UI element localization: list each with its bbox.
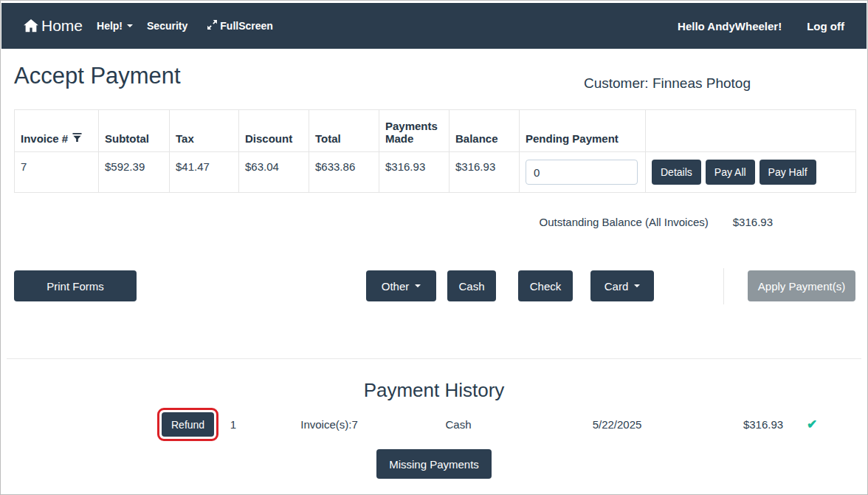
cell-invoice-number: 7	[15, 152, 99, 193]
filter-icon[interactable]	[72, 132, 82, 145]
pay-half-button[interactable]: Pay Half	[760, 160, 816, 185]
nav-help-label: Help!	[97, 20, 123, 32]
nav-fullscreen-link[interactable]: FullScreen	[207, 19, 273, 33]
outstanding-balance: Outstanding Balance (All Invoices) $316.…	[1, 216, 867, 228]
pending-payment-input[interactable]	[526, 160, 638, 185]
col-header-discount: Discount	[239, 110, 309, 152]
section-divider	[7, 358, 861, 359]
col-header-invoice-label: Invoice #	[21, 132, 68, 145]
fullscreen-icon	[207, 19, 218, 33]
col-header-pending-payment: Pending Payment	[520, 110, 646, 152]
pay-all-button[interactable]: Pay All	[706, 160, 755, 185]
invoice-table: Invoice # Subtotal Tax Discount Total Pa…	[14, 109, 856, 193]
other-label: Other	[382, 280, 410, 293]
cell-balance: $316.93	[450, 152, 520, 193]
col-header-total: Total	[309, 110, 379, 152]
col-header-invoice: Invoice #	[15, 110, 99, 152]
cell-payments-made: $316.93	[379, 152, 450, 193]
chevron-down-icon	[127, 24, 133, 27]
user-greeting: Hello AndyWheeler!	[678, 20, 782, 33]
home-icon	[24, 19, 38, 33]
outstanding-balance-label: Outstanding Balance (All Invoices)	[539, 216, 708, 228]
col-header-payments-made: Payments Made	[379, 110, 450, 152]
col-header-actions	[646, 110, 856, 152]
cell-row-actions: Details Pay All Pay Half	[646, 152, 856, 193]
nav-home-label: Home	[41, 17, 83, 35]
history-count: 1	[230, 418, 236, 431]
check-icon: ✔	[807, 417, 817, 432]
nav-security-label: Security	[147, 20, 187, 32]
refund-highlight: Refund	[157, 408, 218, 441]
check-button[interactable]: Check	[518, 270, 573, 301]
other-dropdown-button[interactable]: Other	[366, 270, 436, 301]
cell-subtotal: $592.39	[99, 152, 170, 193]
nav-security-link[interactable]: Security	[147, 20, 187, 32]
navbar: Home Help! Security FullScreen Hello And…	[1, 3, 867, 49]
col-header-subtotal: Subtotal	[99, 110, 170, 152]
col-header-balance: Balance	[450, 110, 520, 152]
payment-history-title: Payment History	[1, 379, 867, 402]
card-label: Card	[604, 280, 629, 293]
history-method: Cash	[445, 418, 471, 431]
payment-actions: Print Forms Other Cash Check Card Apply …	[1, 270, 867, 301]
nav-help-dropdown[interactable]: Help!	[97, 20, 133, 32]
cash-button[interactable]: Cash	[447, 270, 496, 301]
cell-tax: $41.47	[170, 152, 239, 193]
cell-discount: $63.04	[239, 152, 309, 193]
nav-fullscreen-label: FullScreen	[220, 20, 273, 32]
logoff-link[interactable]: Log off	[807, 20, 844, 33]
missing-payments-button[interactable]: Missing Payments	[376, 449, 492, 479]
history-invoices: Invoice(s):7	[300, 418, 358, 431]
invoice-row: 7 $592.39 $41.47 $63.04 $633.86 $316.93 …	[15, 152, 856, 193]
chevron-down-icon	[634, 284, 640, 287]
history-date: 5/22/2025	[593, 418, 642, 431]
history-amount: $316.93	[743, 418, 783, 431]
cell-total: $633.86	[309, 152, 379, 193]
app-window: Home Help! Security FullScreen Hello And…	[0, 0, 868, 495]
cell-pending-payment	[520, 152, 646, 193]
outstanding-balance-amount: $316.93	[733, 216, 773, 228]
nav-home-link[interactable]: Home	[24, 17, 83, 35]
card-dropdown-button[interactable]: Card	[590, 270, 654, 301]
customer-label: Customer: Finneas Photog	[584, 75, 751, 92]
apply-payments-button[interactable]: Apply Payment(s)	[748, 270, 855, 301]
payment-history-row: Refund 1 Invoice(s):7 Cash 5/22/2025 $31…	[1, 406, 867, 443]
invoice-table-header-row: Invoice # Subtotal Tax Discount Total Pa…	[15, 110, 856, 152]
col-header-tax: Tax	[170, 110, 239, 152]
vertical-divider	[723, 268, 724, 304]
chevron-down-icon	[415, 284, 421, 287]
print-forms-button[interactable]: Print Forms	[14, 270, 137, 301]
refund-button[interactable]: Refund	[162, 412, 214, 437]
details-button[interactable]: Details	[652, 160, 701, 185]
